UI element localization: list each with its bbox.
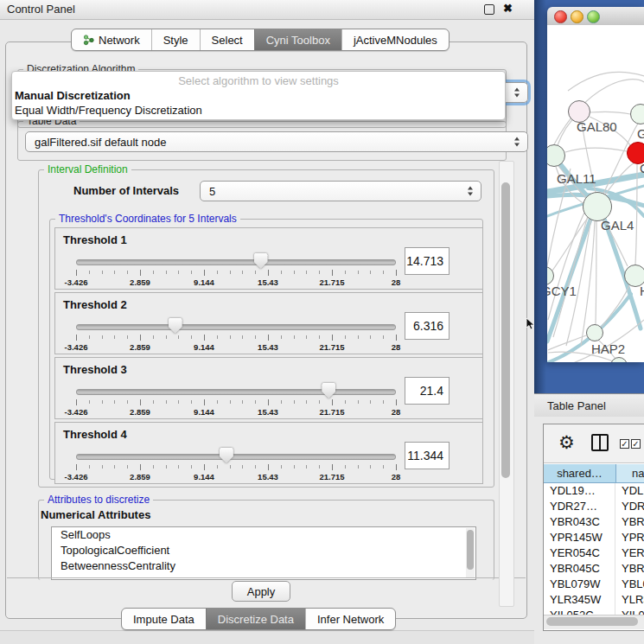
threshold-2-value[interactable]: 6.316 bbox=[405, 312, 450, 340]
table-row[interactable]: YIL052CYIL0 bbox=[544, 608, 644, 615]
split-columns-icon[interactable] bbox=[591, 434, 609, 451]
table-cell[interactable]: YBR045C bbox=[544, 561, 615, 577]
network-node-label: G bbox=[637, 126, 644, 141]
list-item[interactable]: TopologicalCoefficient bbox=[52, 543, 475, 558]
slider-tick bbox=[370, 465, 371, 469]
table-cell[interactable]: YBR0 bbox=[615, 514, 644, 530]
table-data-combobox[interactable]: galFiltered.sif default node bbox=[25, 131, 528, 152]
dropdown-item-manual-discretization[interactable]: Manual Discretization bbox=[15, 89, 502, 103]
network-canvas[interactable]: GAL80GCGAL11GAL4GCY1HHAP2 bbox=[547, 25, 644, 362]
table-cell[interactable]: YBR0 bbox=[615, 561, 644, 577]
column-header-shared-name[interactable]: shared… bbox=[544, 464, 616, 483]
table-cell[interactable]: YBL079W bbox=[544, 577, 615, 592]
column-header-name[interactable]: na bbox=[616, 464, 644, 483]
table-row[interactable]: YBL079WYBL0 bbox=[544, 577, 644, 592]
network-node[interactable] bbox=[583, 192, 612, 221]
slider-thumb[interactable] bbox=[220, 448, 233, 463]
maximize-traffic-light[interactable] bbox=[587, 10, 600, 23]
panel-scrollbar[interactable] bbox=[499, 161, 514, 607]
slider-track[interactable] bbox=[76, 259, 396, 265]
scrollbar-thumb[interactable] bbox=[501, 182, 510, 478]
table-cell[interactable]: YBL0 bbox=[615, 577, 644, 592]
slider-track[interactable] bbox=[76, 389, 396, 395]
slider-thumb[interactable] bbox=[322, 383, 335, 399]
table-row[interactable]: YER054CYER0 bbox=[544, 545, 644, 561]
slider-track[interactable] bbox=[76, 324, 396, 330]
tab-style[interactable]: Style bbox=[151, 29, 200, 50]
combo-arrows-icon bbox=[514, 137, 520, 147]
threshold-1-slider[interactable]: -3.4262.8599.14415.4321.71528 bbox=[76, 252, 396, 287]
number-of-intervals-label: Number of Intervals bbox=[73, 184, 179, 197]
threshold-3-value[interactable]: 21.4 bbox=[405, 377, 450, 405]
table-cell[interactable]: YLR3 bbox=[615, 592, 644, 608]
scrollbar-thumb[interactable] bbox=[546, 617, 638, 626]
table-row[interactable]: YLR345WYLR3 bbox=[544, 592, 644, 608]
slider-tick bbox=[268, 399, 269, 405]
slider-thumb[interactable] bbox=[254, 253, 268, 269]
slider-tick bbox=[178, 400, 179, 404]
list-scrollbar[interactable] bbox=[466, 528, 475, 578]
slider-tick bbox=[153, 400, 154, 404]
attributes-group: Attributes to discretize Numerical Attri… bbox=[38, 500, 494, 580]
number-of-intervals-combobox[interactable]: 5 bbox=[200, 181, 481, 201]
network-node[interactable] bbox=[586, 324, 603, 341]
table-cell[interactable]: YER0 bbox=[615, 545, 644, 561]
interval-definition-group: Interval Definition Number of Intervals … bbox=[38, 169, 494, 488]
dropdown-item-equal-width-frequency[interactable]: Equal Width/Frequency Discretization bbox=[15, 104, 502, 118]
slider-tick bbox=[178, 465, 179, 469]
table-cell[interactable]: YLR345W bbox=[544, 592, 615, 608]
slider-track[interactable] bbox=[76, 454, 396, 460]
network-window: GAL80GCGAL11GAL4GCY1HHAP2 bbox=[547, 7, 644, 362]
float-window-icon[interactable] bbox=[484, 4, 494, 15]
table-cell[interactable]: YPR145W bbox=[544, 530, 615, 545]
tab-discretize-data[interactable]: Discretize Data bbox=[206, 609, 305, 629]
close-icon[interactable]: ✖ bbox=[503, 2, 513, 15]
slider-thumb[interactable] bbox=[169, 318, 182, 334]
tab-infer-network[interactable]: Infer Network bbox=[305, 609, 395, 629]
table-cell[interactable]: YIL052C bbox=[544, 608, 615, 615]
slider-tick bbox=[204, 399, 205, 405]
table-row[interactable]: YDL19…YDL1 bbox=[544, 483, 644, 499]
threshold-4-slider[interactable]: -3.4262.8599.14415.4321.71528 bbox=[76, 447, 396, 481]
slider-tick bbox=[76, 335, 77, 341]
table-cell[interactable]: YDL19… bbox=[544, 483, 615, 499]
threshold-1-value[interactable]: 14.713 bbox=[405, 247, 450, 275]
slider-tick bbox=[319, 400, 320, 404]
slider-tick bbox=[332, 335, 333, 341]
tab-impute-data[interactable]: Impute Data bbox=[122, 609, 206, 629]
table-cell[interactable]: YDR27… bbox=[544, 499, 615, 514]
slider-tick bbox=[345, 271, 346, 274]
table-cell[interactable]: YDL1 bbox=[615, 483, 644, 499]
slider-tick-label: 28 bbox=[392, 407, 401, 417]
table-hscrollbar[interactable] bbox=[544, 615, 644, 629]
table-row[interactable]: YBR045CYBR0 bbox=[544, 561, 644, 577]
threshold-2-slider[interactable]: -3.4262.8599.14415.4321.71528 bbox=[76, 317, 396, 352]
slider-tick bbox=[383, 400, 384, 404]
minimize-traffic-light[interactable] bbox=[571, 10, 583, 23]
slider-tick bbox=[306, 271, 307, 274]
table-cell[interactable]: YBR043C bbox=[544, 514, 615, 530]
table-cell[interactable]: YIL0 bbox=[615, 608, 644, 615]
table-cell[interactable]: YER054C bbox=[544, 545, 615, 561]
table-row[interactable]: YPR145WYPR1 bbox=[544, 530, 644, 545]
tab-cyni-toolbox[interactable]: Cyni Toolbox bbox=[254, 29, 341, 50]
checkbox-checked-icon[interactable]: ✓ bbox=[631, 439, 641, 449]
slider-tick bbox=[230, 271, 231, 274]
slider-tick bbox=[358, 400, 359, 404]
list-item[interactable]: BetweennessCentrality bbox=[52, 558, 475, 574]
table-cell[interactable]: YDR2 bbox=[615, 499, 644, 514]
tab-network[interactable]: Network bbox=[72, 29, 151, 50]
table-row[interactable]: YBR043CYBR0 bbox=[544, 514, 644, 530]
checkbox-checked-icon[interactable]: ✓ bbox=[620, 439, 629, 449]
network-window-titlebar[interactable] bbox=[547, 7, 644, 26]
gear-icon[interactable]: ⚙ bbox=[558, 430, 575, 455]
list-item[interactable]: SelfLoops bbox=[52, 527, 475, 543]
table-row[interactable]: YDR27…YDR2 bbox=[544, 499, 644, 514]
tab-jactivemnodules[interactable]: jActiveMNodules bbox=[341, 29, 449, 50]
table-cell[interactable]: YPR1 bbox=[615, 530, 644, 545]
tab-select[interactable]: Select bbox=[200, 29, 254, 50]
threshold-3-slider[interactable]: -3.4262.8599.14415.4321.71528 bbox=[76, 382, 396, 417]
close-traffic-light[interactable] bbox=[554, 10, 567, 23]
threshold-4-value[interactable]: 11.344 bbox=[405, 442, 450, 469]
apply-button[interactable]: Apply bbox=[232, 581, 290, 602]
